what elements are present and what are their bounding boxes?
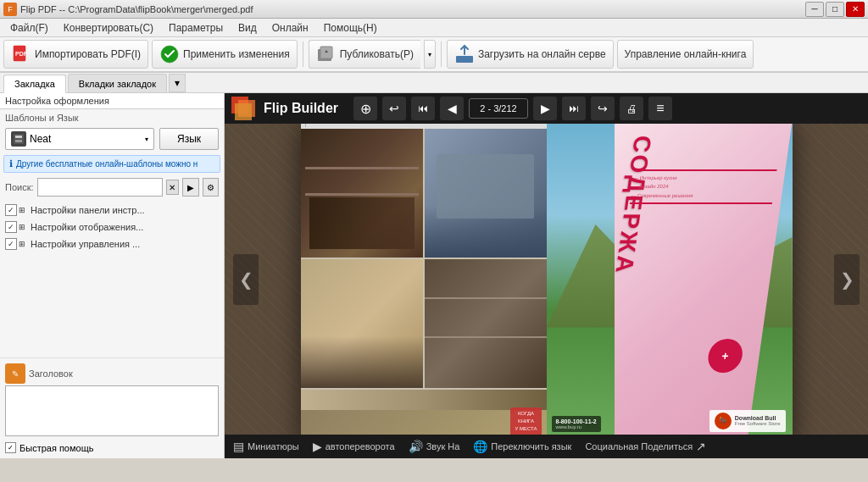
tree-list: ✓ ⊞ Настройки панели инстр... ✓ ⊞ Настро… [0, 200, 224, 357]
template-section-label: Шаблоны и Язык [0, 109, 224, 125]
tree-text-2: Настройки управления ... [31, 239, 140, 249]
tree-expand-1: ⊞ [19, 223, 29, 231]
svg-rect-8 [15, 140, 22, 142]
tree-text-0: Настройки панели инстр... [31, 205, 145, 215]
menu-help[interactable]: Помощь(H) [317, 20, 384, 36]
menu-view[interactable]: Вид [231, 20, 264, 36]
toolbar-separator-1 [303, 42, 303, 67]
lang-button[interactable]: Язык [159, 128, 219, 150]
minimize-button[interactable]: ─ [805, 2, 824, 17]
publish-dropdown-button[interactable]: ▾ [424, 40, 436, 69]
app-icon: F [3, 3, 17, 16]
publish-label: Публиковать(P) [340, 48, 414, 60]
tree-checkbox-2[interactable]: ✓ [5, 238, 17, 250]
redo-button[interactable]: ↪ [591, 97, 615, 120]
quick-help-row[interactable]: ✓ Быстрая помощь [5, 442, 219, 453]
maximize-button[interactable]: □ [826, 2, 844, 17]
kitchen-photo-3 [301, 259, 423, 388]
sound-icon: 🔊 [409, 440, 423, 453]
menu-online[interactable]: Онлайн [265, 20, 315, 36]
close-button[interactable]: ✕ [846, 2, 865, 17]
viewer-logo: Flip Builder [231, 97, 338, 120]
title-bar: F Flip PDF -- C:\ProgramData\flipBook\me… [0, 0, 868, 19]
bottom-area: ✎ Заголовок ✓ Быстрая помощь [0, 357, 224, 458]
prev-page-button[interactable]: ◀ [440, 97, 464, 120]
thumbnails-icon: ▤ [233, 440, 244, 453]
right-panel: Flip Builder ⊕ ↩ ⏮ ◀ 2 - 3/212 // inline… [225, 93, 868, 458]
next-page-button[interactable]: ▶ [533, 97, 557, 120]
publish-icon [316, 44, 337, 64]
apply-button[interactable]: Применить изменения [152, 40, 298, 69]
import-pdf-label: Импортировать PDF(I) [35, 48, 141, 60]
svg-marker-13 [235, 103, 252, 120]
upload-icon [454, 44, 475, 64]
tree-checkbox-0[interactable]: ✓ [5, 204, 17, 216]
lang-switch-icon: 🌐 [473, 440, 487, 453]
template-name: Neat [30, 133, 51, 145]
thumbnails-button[interactable]: ▤ Миниатюры [233, 440, 299, 453]
main-toolbar: PDF Импортировать PDF(I) Применить измен… [0, 37, 868, 73]
svg-text:PDF: PDF [15, 51, 28, 57]
info-icon: ℹ [9, 158, 13, 169]
undo-button[interactable]: ↩ [382, 97, 406, 120]
tree-expand-2: ⊞ [19, 240, 29, 248]
apply-icon [159, 44, 180, 64]
publish-button[interactable]: Публиковать(P) [309, 40, 420, 69]
tree-text-1: Настройки отображения... [31, 222, 143, 232]
tab-dropdown-button[interactable]: ▾ [169, 74, 186, 92]
share-button[interactable]: Социальная Поделиться ↗ [585, 440, 706, 453]
quick-help-checkbox[interactable]: ✓ [5, 442, 16, 453]
import-pdf-button[interactable]: PDF Импортировать PDF(I) [3, 40, 148, 69]
search-go-button[interactable]: ▶ [182, 178, 198, 197]
lang-switch-button[interactable]: 🌐 Переключить язык [473, 440, 571, 453]
search-clear-button[interactable]: ✕ [166, 180, 180, 195]
main-layout: Настройка оформления Шаблоны и Язык Neat… [0, 93, 868, 458]
zagolovok-icon: ✎ [5, 363, 25, 384]
window-title: Flip PDF -- C:\ProgramData\flipBook\merg… [20, 4, 253, 14]
menu-params[interactable]: Параметры [162, 20, 230, 36]
tree-item-0[interactable]: ✓ ⊞ Настройки панели инстр... [0, 202, 224, 219]
autoplay-icon: ▶ [313, 440, 322, 453]
upload-label: Загрузить на онлайн серве [478, 48, 606, 60]
menu-file[interactable]: Файл(F) [3, 20, 55, 36]
svg-text:✎: ✎ [12, 369, 19, 379]
tree-item-2[interactable]: ✓ ⊞ Настройки управления ... [0, 235, 224, 252]
manage-button[interactable]: Управление онлайн-книга [617, 40, 754, 69]
viewer-menu-button[interactable]: ≡ [648, 97, 672, 120]
viewer-toolbar: Flip Builder ⊕ ↩ ⏮ ◀ 2 - 3/212 // inline… [225, 93, 868, 124]
nav-prev-button[interactable]: ❮ [233, 254, 259, 305]
kitchen-photo-4 [425, 259, 547, 388]
sound-button[interactable]: 🔊 Звук На [409, 440, 460, 453]
tab-bookmarks[interactable]: Вкладки закладок [68, 74, 167, 92]
svg-rect-5 [456, 56, 473, 63]
template-select[interactable]: Neat ▾ [5, 128, 154, 150]
info-link[interactable]: ℹ Другие бесплатные онлайн-шаблоны можно… [3, 155, 220, 173]
book-right-page: СОДЕРЖА — Интерьер кухни — Дизайн 2024 —… [547, 124, 793, 435]
kitchen-label: КОГДАКНИГАУ МЕСТА [510, 407, 541, 435]
menu-bar: Файл(F) Конвертировать(С) Параметры Вид … [0, 19, 868, 37]
tree-checkbox-1[interactable]: ✓ [5, 221, 17, 233]
settings-tab[interactable]: Настройка оформления [0, 93, 224, 109]
page-input[interactable] [469, 98, 528, 119]
menu-convert[interactable]: Конвертировать(С) [57, 20, 160, 36]
last-page-button[interactable]: ⏭ [562, 97, 586, 120]
search-input[interactable] [37, 178, 163, 197]
status-bar: ▤ Миниатюры ▶ автопереворота 🔊 Звук На 🌐… [225, 435, 868, 458]
tab-area: Закладка Вкладки закладок ▾ [0, 73, 868, 93]
import-icon: PDF [11, 44, 31, 64]
search-options-button[interactable]: ⚙ [203, 178, 219, 197]
kitchen-photo-2 [425, 129, 547, 258]
tree-item-1[interactable]: ✓ ⊞ Настройки отображения... [0, 219, 224, 235]
zagolovok-label: ✎ Заголовок [5, 363, 219, 384]
zoom-button[interactable]: ⊕ [353, 97, 377, 120]
first-page-button[interactable]: ⏮ [411, 97, 435, 120]
print-button[interactable]: 🖨 [620, 97, 643, 120]
upload-button[interactable]: Загрузить на онлайн серве [447, 40, 614, 69]
viewer-logo-text: Flip Builder [264, 101, 338, 116]
tab-bookmark[interactable]: Закладка [3, 75, 66, 93]
nav-next-button[interactable]: ❯ [834, 254, 860, 305]
book-area: ❮ │ [225, 124, 868, 435]
zagolovok-textarea[interactable] [5, 385, 219, 436]
manage-label: Управление онлайн-книга [625, 48, 747, 60]
autoplay-button[interactable]: ▶ автопереворота [313, 440, 395, 453]
